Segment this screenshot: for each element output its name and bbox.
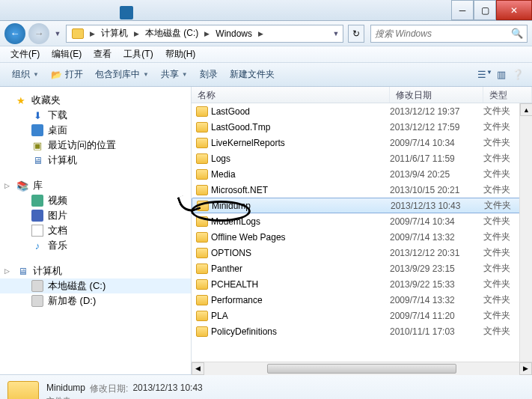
- scroll-left-icon[interactable]: ◀: [192, 362, 204, 375]
- sidebar-item-label: 音乐: [48, 239, 67, 252]
- window-titlebar: ─ ▢ ✕: [0, 0, 532, 21]
- expand-icon[interactable]: ▷: [4, 267, 12, 275]
- menu-view[interactable]: 查看: [88, 46, 117, 62]
- burn-button[interactable]: 刻录: [194, 66, 224, 83]
- list-item[interactable]: LastGood.Tmp2013/12/12 17:59文件夹: [192, 119, 532, 135]
- item-name: Logs: [211, 153, 230, 164]
- sidebar-item-icon: 🖥: [31, 154, 43, 166]
- maximize-button[interactable]: ▢: [474, 0, 496, 20]
- list-item[interactable]: PLA2009/7/14 11:20文件夹: [192, 308, 532, 323]
- sidebar-head-label: 收藏夹: [31, 94, 61, 107]
- sidebar-item[interactable]: 新加卷 (D:): [0, 293, 191, 308]
- nav-forward-button[interactable]: →: [28, 23, 49, 44]
- close-button[interactable]: ✕: [496, 0, 532, 20]
- chevron-right-icon[interactable]: ▶: [202, 30, 212, 37]
- vertical-scrollbar[interactable]: ▲: [519, 103, 532, 362]
- folder-icon: [196, 264, 208, 274]
- item-date: 2013/12/12 19:37: [390, 106, 483, 117]
- menu-tools[interactable]: 工具(T): [117, 46, 159, 62]
- item-date: 2013/12/13 10:43: [391, 201, 484, 211]
- sidebar-computer[interactable]: ▷ 🖥 计算机: [0, 264, 191, 278]
- sidebar-item[interactable]: ♪音乐: [0, 238, 191, 253]
- nav-back-button[interactable]: ←: [4, 23, 25, 44]
- sidebar-libraries[interactable]: ▷ 📚 库: [0, 178, 191, 193]
- sidebar-item-icon: [31, 210, 43, 222]
- horizontal-scrollbar[interactable]: ◀ ▶: [192, 362, 532, 374]
- list-item[interactable]: Microsoft.NET2013/10/15 20:21文件夹: [192, 182, 532, 198]
- sidebar-item[interactable]: 视频: [0, 193, 191, 208]
- column-header-type[interactable]: 类型: [483, 87, 532, 103]
- list-item[interactable]: LiveKernelReports2009/7/14 10:34文件夹: [192, 135, 532, 150]
- view-options-button[interactable]: ☰ ▼: [477, 69, 493, 80]
- refresh-button[interactable]: ↻: [348, 25, 364, 43]
- list-item[interactable]: LastGood2013/12/12 19:37文件夹: [192, 103, 532, 119]
- sidebar-item-icon: [31, 225, 43, 237]
- list-item[interactable]: OPTIONS2013/12/12 20:31文件夹: [192, 245, 532, 261]
- list-item[interactable]: PolicyDefinitions2010/11/1 17:03文件夹: [192, 323, 532, 339]
- sidebar-item[interactable]: 🖥计算机: [0, 153, 191, 168]
- item-date: 2009/7/14 10:34: [390, 138, 483, 148]
- item-name: Panther: [211, 264, 242, 274]
- sidebar-favorites[interactable]: ★ 收藏夹: [0, 93, 191, 108]
- folder-icon: [197, 201, 209, 211]
- list-item[interactable]: Panther2013/9/29 23:15文件夹: [192, 261, 532, 276]
- minimize-button[interactable]: ─: [451, 0, 474, 20]
- menu-edit[interactable]: 编辑(E): [46, 46, 88, 62]
- scroll-right-icon[interactable]: ▶: [519, 362, 532, 375]
- column-headers: 名称 修改日期 类型: [192, 87, 532, 103]
- sidebar-item[interactable]: 桌面: [0, 123, 191, 138]
- scrollbar-thumb[interactable]: [267, 364, 456, 374]
- breadcrumb-segment[interactable]: 本地磁盘 (C:): [141, 27, 202, 40]
- help-button[interactable]: ❔: [510, 69, 526, 80]
- list-item[interactable]: ModemLogs2009/7/14 10:34文件夹: [192, 213, 532, 229]
- menu-help[interactable]: 帮助(H): [159, 46, 202, 62]
- column-header-name[interactable]: 名称: [192, 87, 390, 103]
- folder-icon: [196, 326, 208, 337]
- sidebar-item[interactable]: 本地磁盘 (C:): [0, 278, 191, 293]
- list-item[interactable]: Minidump2013/12/13 10:43文件夹: [192, 198, 532, 213]
- sidebar-item[interactable]: 图片: [0, 208, 191, 223]
- sidebar-item-label: 桌面: [48, 124, 67, 137]
- breadcrumb-segment[interactable]: 计算机: [97, 27, 132, 40]
- item-date: 2009/7/14 10:34: [390, 216, 483, 227]
- item-name: OPTIONS: [211, 248, 251, 258]
- list-item[interactable]: Logs2011/6/17 11:59文件夹: [192, 150, 532, 166]
- sidebar-item-label: 最近访问的位置: [48, 138, 116, 152]
- chevron-right-icon[interactable]: ▶: [132, 30, 141, 37]
- menu-bar: 文件(F) 编辑(E) 查看 工具(T) 帮助(H): [0, 46, 532, 63]
- sidebar-item[interactable]: 文档: [0, 223, 191, 238]
- search-input[interactable]: [375, 28, 511, 39]
- list-item[interactable]: Media2013/9/4 20:25文件夹: [192, 166, 532, 182]
- address-dropdown[interactable]: ▼: [331, 26, 341, 41]
- expand-icon[interactable]: ▷: [4, 182, 12, 189]
- preview-pane-button[interactable]: ▥: [493, 69, 510, 80]
- list-item[interactable]: Performance2009/7/14 13:32文件夹: [192, 292, 532, 308]
- folder-icon: [196, 295, 208, 305]
- menu-file[interactable]: 文件(F): [4, 46, 46, 62]
- address-bar[interactable]: ▶ 计算机 ▶ 本地磁盘 (C:) ▶ Windows ▶ ▼: [66, 25, 343, 43]
- organize-button[interactable]: 组织▼: [6, 66, 45, 83]
- include-in-library-button[interactable]: 包含到库中▼: [89, 66, 155, 83]
- item-date: 2010/11/1 17:03: [390, 326, 483, 337]
- list-item[interactable]: PCHEALTH2013/9/22 15:33文件夹: [192, 276, 532, 292]
- nav-history-dropdown[interactable]: ▼: [52, 26, 63, 41]
- chevron-right-icon[interactable]: ▶: [256, 30, 266, 37]
- column-header-date[interactable]: 修改日期: [390, 87, 483, 103]
- folder-icon: [196, 153, 208, 164]
- details-date: 2013/12/13 10:43: [132, 383, 202, 395]
- new-folder-button[interactable]: 新建文件夹: [224, 66, 281, 83]
- app-icon: [120, 6, 133, 19]
- folder-icon: [7, 381, 39, 399]
- sidebar-item[interactable]: ▣最近访问的位置: [0, 138, 191, 153]
- list-item[interactable]: Offline Web Pages2009/7/14 13:32文件夹: [192, 229, 532, 245]
- scroll-up-icon[interactable]: ▲: [520, 103, 532, 116]
- chevron-right-icon[interactable]: ▶: [88, 30, 97, 37]
- open-button[interactable]: 📂打开: [45, 66, 89, 83]
- sidebar-item[interactable]: ⬇下载: [0, 108, 191, 123]
- item-name: ModemLogs: [211, 216, 260, 227]
- share-button[interactable]: 共享▼: [155, 66, 194, 83]
- sidebar-item-icon: ⬇: [31, 109, 43, 121]
- breadcrumb-segment[interactable]: Windows: [212, 28, 256, 39]
- command-toolbar: 组织▼ 📂打开 包含到库中▼ 共享▼ 刻录 新建文件夹 ☰ ▼ ▥ ❔: [0, 63, 532, 87]
- search-box[interactable]: 🔍: [370, 25, 528, 43]
